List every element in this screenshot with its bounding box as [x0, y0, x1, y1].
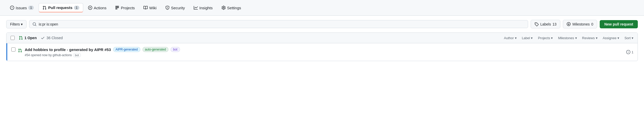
filter-milestones[interactable]: Milestones ▾ — [558, 36, 577, 40]
filters-button[interactable]: Filters ▾ — [6, 20, 27, 28]
nav-pr-label: Pull requests — [48, 5, 72, 10]
pr-label-auto-generated: auto-generated — [142, 47, 168, 52]
review-count: 1 — [626, 50, 633, 54]
author-chevron-icon: ▾ — [515, 36, 517, 40]
new-pull-request-button[interactable]: New pull request — [600, 20, 638, 28]
new-pr-label: New pull request — [604, 22, 633, 26]
wiki-icon — [143, 6, 148, 10]
search-icon — [32, 22, 37, 26]
nav-item-security[interactable]: Security — [162, 3, 189, 12]
pr-row-checkbox[interactable] — [11, 47, 15, 52]
sort-chevron-icon: ▾ — [632, 36, 633, 40]
filter-reviews[interactable]: Reviews ▾ — [582, 36, 598, 40]
bot-tag: bot — [73, 53, 81, 57]
filter-assignee[interactable]: Assignee ▾ — [603, 36, 619, 40]
assignee-chevron-icon: ▾ — [617, 36, 619, 40]
labels-label: Labels — [540, 22, 551, 26]
labels-button[interactable]: Labels 13 — [531, 20, 560, 28]
milestones-label: Milestones — [572, 22, 590, 26]
filter-label[interactable]: Label ▾ — [522, 36, 533, 40]
milestones-count: 0 — [591, 22, 593, 26]
nav-actions-label: Actions — [94, 6, 106, 10]
table-row: Add hobbies to profile - generated by AI… — [6, 43, 638, 61]
nav-item-pull-requests[interactable]: Pull requests 1 — [39, 3, 83, 12]
nav-security-label: Security — [171, 6, 185, 10]
open-count: 1 Open — [19, 36, 37, 40]
milestones-button[interactable]: Milestones 0 — [563, 20, 597, 28]
pull-requests-icon — [43, 6, 47, 10]
pr-title-line: Add hobbies to profile - generated by AI… — [25, 47, 180, 52]
pr-row-right: 1 — [626, 50, 633, 54]
filter-projects[interactable]: Projects ▾ — [538, 36, 553, 40]
nav-item-settings[interactable]: Settings — [218, 3, 245, 12]
filter-sort[interactable]: Sort ▾ — [624, 36, 633, 40]
top-nav: Issues 1 Pull requests 1 Actions Project… — [0, 0, 644, 16]
filters-label: Filters — [10, 22, 20, 26]
projects-chevron-icon: ▾ — [551, 36, 553, 40]
pr-title[interactable]: Add hobbies to profile - generated by AI… — [25, 47, 111, 52]
select-all-checkbox[interactable] — [11, 36, 15, 40]
filters-chevron-icon: ▾ — [21, 22, 23, 26]
insights-icon — [194, 6, 198, 10]
issues-icon — [10, 6, 14, 10]
search-input[interactable] — [39, 22, 525, 26]
security-icon — [165, 6, 170, 10]
label-icon — [535, 22, 539, 26]
pr-open-icon — [18, 47, 22, 53]
closed-count[interactable]: 36 Closed — [41, 36, 63, 40]
pr-subtitle: #54 opened now by github-actions bot — [25, 53, 180, 57]
milestones-chevron-icon: ▾ — [575, 36, 577, 40]
filter-author[interactable]: Author ▾ — [504, 36, 516, 40]
nav-pr-badge: 1 — [74, 6, 79, 10]
nav-item-wiki[interactable]: Wiki — [140, 3, 160, 12]
nav-wiki-label: Wiki — [149, 6, 156, 10]
projects-icon — [115, 6, 119, 10]
settings-icon — [222, 6, 226, 10]
nav-issues-badge: 1 — [28, 6, 34, 10]
search-container — [29, 20, 528, 28]
nav-item-insights[interactable]: Insights — [190, 3, 217, 12]
pr-table-header: 1 Open 36 Closed Author ▾ Label ▾ Projec… — [6, 33, 638, 43]
nav-settings-label: Settings — [227, 6, 241, 10]
pr-label-aipr: AIPR-generated — [113, 47, 140, 52]
pr-label-bot: bot — [171, 47, 180, 52]
filter-bar: Filters ▾ Labels 13 Milestones 0 New pul… — [0, 16, 644, 32]
pr-table: 1 Open 36 Closed Author ▾ Label ▾ Projec… — [6, 32, 638, 61]
pr-details: Add hobbies to profile - generated by AI… — [25, 47, 180, 57]
labels-count: 13 — [553, 22, 557, 26]
pr-row-left: Add hobbies to profile - generated by AI… — [11, 47, 623, 57]
nav-item-issues[interactable]: Issues 1 — [6, 3, 38, 12]
label-chevron-icon: ▾ — [531, 36, 533, 40]
nav-insights-label: Insights — [199, 6, 213, 10]
nav-projects-label: Projects — [121, 6, 135, 10]
nav-item-projects[interactable]: Projects — [111, 3, 139, 12]
actions-icon — [88, 6, 92, 10]
pr-header-right: Author ▾ Label ▾ Projects ▾ Milestones ▾… — [504, 36, 633, 40]
nav-item-actions[interactable]: Actions — [84, 3, 110, 12]
nav-issues-label: Issues — [16, 6, 27, 10]
reviews-chevron-icon: ▾ — [596, 36, 598, 40]
milestones-icon — [567, 22, 571, 26]
pr-header-left: 1 Open 36 Closed — [11, 36, 500, 40]
